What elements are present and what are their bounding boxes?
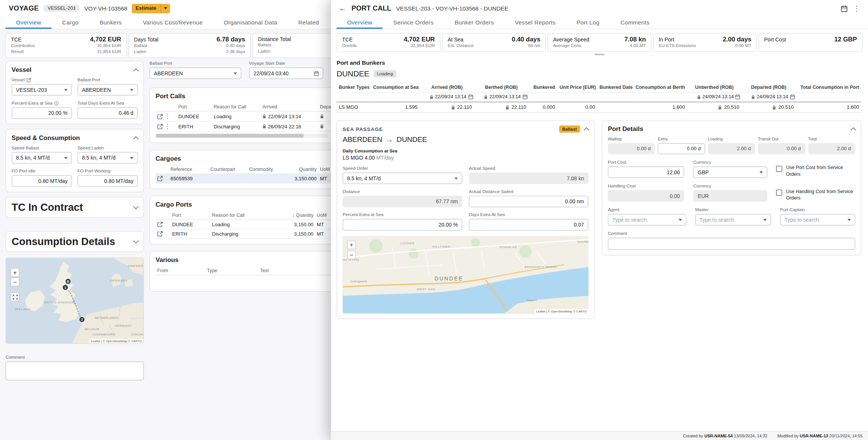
checkbox-icon[interactable] bbox=[776, 166, 782, 172]
zoom-out-button[interactable]: − bbox=[347, 250, 356, 259]
percent-extra-at-sea-input[interactable]: 20.00 % bbox=[343, 219, 462, 231]
calendar-icon[interactable] bbox=[523, 94, 527, 100]
arrived-rob-cell[interactable]: 22.110 bbox=[422, 105, 472, 110]
lock-icon[interactable] bbox=[505, 105, 509, 110]
lock-icon[interactable] bbox=[262, 124, 266, 129]
bunker-row[interactable]: LS MGO 1.595 22.110 22.110 0.000 0.00 1.… bbox=[336, 102, 861, 113]
open-in-new-icon[interactable] bbox=[26, 78, 31, 82]
fo-port-working-input[interactable]: 0.80 MT/day bbox=[78, 175, 138, 187]
kpi-strip-resize-handle[interactable] bbox=[594, 53, 604, 55]
port-cost-input[interactable]: 12.00 bbox=[608, 166, 684, 178]
percent-extra-at-sea-input[interactable]: 20.00 % bbox=[12, 107, 72, 119]
tab-cargo[interactable]: Cargo bbox=[52, 17, 89, 29]
port-call-row[interactable]: ⋮ DUNDEE Loading 22/09/24 13:14 bbox=[156, 111, 335, 121]
speed-order-select[interactable]: 8.5 kn, 4 MT/d bbox=[343, 172, 462, 184]
berthed-rob-cell[interactable]: 22.110 bbox=[476, 105, 526, 110]
map-attribution[interactable]: Leaflet | © OpenStreetMap © CARTO bbox=[535, 309, 588, 314]
tab-bunker-orders[interactable]: Bunker Orders bbox=[444, 17, 504, 29]
fo-port-idle-input[interactable]: 0.80 MT/day bbox=[12, 175, 72, 187]
horizontal-scrollbar[interactable] bbox=[156, 134, 328, 137]
collapse-chevron-icon[interactable] bbox=[584, 128, 590, 133]
use-port-cost-checkbox-row[interactable]: Use Port Cost from Service Orders bbox=[776, 165, 855, 178]
use-handling-cost-checkbox-row[interactable]: Use Handling Cost from Service Orders bbox=[776, 189, 855, 201]
tc-in-contract-card[interactable]: TC In Contract bbox=[6, 197, 144, 218]
collapse-chevron-icon[interactable] bbox=[133, 68, 139, 74]
unit-price-cell[interactable]: 0.00 bbox=[557, 102, 597, 113]
tab-organisational-data[interactable]: Organisational Data bbox=[213, 17, 288, 29]
scrollbar-thumb[interactable] bbox=[156, 134, 304, 137]
row-menu-icon[interactable]: ⋮ bbox=[164, 123, 170, 129]
map-marker-1[interactable]: 1 bbox=[63, 285, 68, 290]
vessel-select[interactable]: VESSEL-203 bbox=[12, 84, 72, 96]
cargo-row-selected[interactable]: 65059539 3,150.000 MT bbox=[156, 174, 335, 183]
port-captain-select[interactable]: Type to search. bbox=[780, 214, 855, 225]
unberthed-rob-cell[interactable]: 20.510 bbox=[689, 105, 740, 110]
speed-laden-select[interactable]: 8.5 kn, 4 MT/d bbox=[78, 152, 138, 164]
zoom-in-button[interactable]: + bbox=[347, 241, 356, 249]
open-record-icon[interactable] bbox=[157, 123, 163, 129]
ballast-port-select-mid[interactable]: ABERDEEN bbox=[150, 67, 241, 79]
column-header-reason[interactable]: Reason for Call bbox=[210, 211, 270, 220]
column-header-commodity[interactable]: Commodity bbox=[248, 165, 282, 174]
consumption-at-berth-cell[interactable]: 1.600 bbox=[633, 102, 687, 113]
column-header-quantity-sorted[interactable]: ↓ Quantity bbox=[270, 211, 315, 220]
column-header-type[interactable]: Type bbox=[205, 266, 258, 275]
lock-icon[interactable] bbox=[320, 124, 324, 129]
lock-icon[interactable] bbox=[718, 105, 722, 110]
port-call-row[interactable]: ⋮ ERITH Discharging 26/09/24 22:16 bbox=[156, 121, 335, 131]
open-record-icon[interactable] bbox=[157, 222, 163, 227]
calendar-icon[interactable] bbox=[841, 5, 848, 12]
column-header-text[interactable]: Text bbox=[258, 266, 334, 275]
actual-distance-sailed-input[interactable]: 0.00 nm bbox=[469, 196, 588, 207]
currency-select[interactable]: GBP bbox=[693, 166, 767, 178]
speed-ballast-select[interactable]: 8.5 kn, 4 MT/d bbox=[12, 152, 72, 164]
voyage-route-map[interactable]: SWEDEN DENMARK UNITED KINGDOM IRELAND NE… bbox=[6, 257, 144, 344]
calendar-icon[interactable] bbox=[314, 70, 319, 76]
extra-input[interactable]: 0.00 d bbox=[658, 143, 705, 154]
column-header-quantity[interactable]: Quantity bbox=[282, 165, 318, 174]
agent-select[interactable]: Type to search. bbox=[608, 214, 686, 225]
row-menu-icon[interactable]: ⋮ bbox=[164, 113, 170, 119]
lock-icon[interactable] bbox=[697, 94, 701, 99]
departed-rob-cell[interactable]: 20.510 bbox=[744, 105, 794, 110]
more-options-icon[interactable]: ⋮ bbox=[853, 5, 860, 12]
lock-icon[interactable] bbox=[320, 114, 324, 119]
column-header-from[interactable]: From bbox=[156, 266, 205, 275]
expand-chevron-icon[interactable] bbox=[133, 204, 139, 209]
voyage-start-date-input[interactable]: 22/09/24 03:40 bbox=[249, 67, 323, 79]
open-record-icon[interactable] bbox=[157, 176, 163, 181]
map-attribution[interactable]: Leaflet | © OpenStreetMap © CARTO bbox=[89, 339, 143, 343]
ballast-port-select[interactable]: ABERDEEN bbox=[78, 84, 138, 96]
calendar-icon[interactable] bbox=[790, 94, 795, 100]
tab-service-orders[interactable]: Service Orders bbox=[383, 17, 444, 29]
collapse-chevron-icon[interactable] bbox=[851, 127, 856, 133]
port-details-comment-input[interactable] bbox=[608, 238, 855, 250]
back-button[interactable]: ← bbox=[339, 4, 347, 12]
lock-icon[interactable] bbox=[429, 94, 433, 99]
map-marker-ballast[interactable]: B bbox=[65, 279, 71, 284]
checkbox-icon[interactable] bbox=[776, 190, 782, 196]
open-record-icon[interactable] bbox=[157, 231, 163, 237]
arrived-datetime[interactable]: 22/09/24 13:14 bbox=[421, 94, 473, 100]
estimate-dropdown-toggle[interactable] bbox=[161, 4, 170, 13]
zoom-out-button[interactable]: − bbox=[11, 277, 20, 286]
cargo-port-row[interactable]: ERITH Discharging 3,150.00 MT bbox=[156, 229, 335, 239]
tab-related[interactable]: Related bbox=[288, 17, 330, 29]
tab-overview[interactable]: Overview bbox=[336, 17, 382, 29]
lock-icon[interactable] bbox=[772, 105, 776, 110]
collapse-chevron-icon[interactable] bbox=[133, 136, 139, 142]
bunkered-date-cell[interactable] bbox=[597, 102, 633, 113]
info-icon[interactable] bbox=[54, 101, 59, 105]
column-header-port[interactable]: Port bbox=[171, 211, 211, 220]
consumption-details-card[interactable]: Consumption Details bbox=[6, 231, 144, 252]
voyage-comment-input[interactable] bbox=[6, 361, 144, 380]
map-marker-2[interactable]: 2 bbox=[79, 317, 85, 322]
departed-datetime[interactable]: 24/09/24 13:14 bbox=[743, 94, 795, 100]
cargo-port-row[interactable]: DUNDEE Loading 3,150.00 MT bbox=[156, 220, 335, 229]
lock-icon[interactable] bbox=[451, 105, 455, 110]
bunkered-cell[interactable]: 0.000 bbox=[529, 102, 558, 113]
fullscreen-button[interactable] bbox=[11, 292, 20, 301]
lock-icon[interactable] bbox=[262, 114, 266, 119]
zoom-in-button[interactable]: + bbox=[11, 268, 20, 277]
expand-chevron-icon[interactable] bbox=[133, 238, 139, 244]
